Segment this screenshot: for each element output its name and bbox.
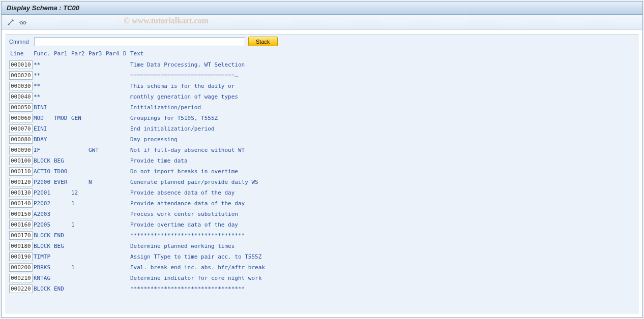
text-cell[interactable]: Provide absence data of the day (130, 189, 635, 196)
line-input[interactable] (9, 210, 33, 218)
func-cell[interactable]: ** (34, 61, 54, 68)
par1-cell[interactable]: BEG (54, 157, 71, 164)
par2-cell[interactable]: 1 (71, 221, 89, 228)
line-input[interactable] (9, 156, 33, 165)
text-cell[interactable]: Provide overtime data of the day (130, 221, 635, 228)
func-cell[interactable]: EINI (34, 125, 54, 132)
header-par1: Par1 (54, 50, 71, 57)
line-input[interactable] (9, 252, 33, 261)
func-cell[interactable]: TIMTP (34, 253, 54, 260)
line-input[interactable] (9, 274, 33, 282)
par1-cell[interactable]: TMOD (54, 115, 71, 121)
par1-cell[interactable]: EVER (54, 179, 71, 185)
text-cell[interactable]: Generate planned pair/provide daily WS (130, 179, 635, 185)
text-cell[interactable]: ********************************** (130, 232, 635, 239)
func-cell[interactable]: BLOCK (34, 243, 54, 249)
par2-cell[interactable]: GEN (71, 115, 89, 121)
text-cell[interactable]: Day processing (130, 136, 635, 143)
func-cell[interactable]: P2002 (34, 200, 54, 207)
par1-cell[interactable]: TD00 (54, 168, 71, 175)
line-input[interactable] (9, 167, 33, 176)
text-cell[interactable]: Process work center substitution (130, 211, 635, 217)
line-input[interactable] (9, 220, 33, 229)
func-cell[interactable]: BLOCK (34, 157, 54, 164)
text-cell[interactable]: Provide attendance data of the day (130, 200, 635, 207)
func-cell[interactable]: P2000 (34, 179, 54, 185)
toolbar: © www.tutorialkart.com (2, 15, 642, 30)
par1-cell[interactable]: END (54, 285, 71, 292)
func-cell[interactable]: ** (34, 83, 54, 89)
line-input[interactable] (9, 82, 33, 90)
line-input[interactable] (9, 263, 33, 272)
func-cell[interactable]: MOD (34, 115, 54, 121)
line-input[interactable] (9, 114, 33, 122)
line-input[interactable] (9, 242, 33, 250)
line-input[interactable] (9, 135, 33, 144)
func-cell[interactable]: ** (34, 93, 54, 100)
table-row: P200112Provide absence data of the day (9, 187, 635, 198)
text-cell[interactable]: ===============================… (130, 72, 635, 79)
func-cell[interactable]: ** (34, 72, 54, 79)
header-d: D (123, 50, 130, 57)
table-row: EINIEnd initialization/period (9, 123, 635, 134)
par2-cell[interactable]: 1 (71, 264, 89, 271)
func-cell[interactable]: P2005 (34, 221, 54, 228)
display-change-icon[interactable] (6, 17, 16, 27)
svg-point-1 (20, 21, 23, 24)
text-cell[interactable]: Time Data Processing, WT Selection (130, 61, 635, 68)
text-cell[interactable]: Initialization/period (130, 104, 635, 111)
schema-content: Cmmnd Stack Line Func. Par1 Par2 Par3 Pa… (6, 34, 638, 313)
line-input[interactable] (9, 92, 33, 101)
header-func: Func. (34, 50, 54, 57)
line-input[interactable] (9, 178, 33, 186)
stack-button[interactable]: Stack (248, 37, 278, 46)
func-cell[interactable]: BLOCK (34, 285, 54, 292)
table-row: **monthly generation of wage types (9, 91, 635, 102)
text-cell[interactable]: Groupings for T510S, T555Z (130, 115, 635, 121)
text-cell[interactable]: Eval. break end inc. abs. bfr/aftr break (130, 264, 635, 271)
func-cell[interactable]: ACTIO (34, 168, 54, 175)
table-row: P20021Provide attendance data of the day (9, 198, 635, 209)
table-row: P2000EVERNGenerate planned pair/provide … (9, 177, 635, 187)
glasses-icon[interactable] (18, 17, 28, 27)
line-input[interactable] (9, 188, 33, 197)
table-row: BINIInitialization/period (9, 102, 635, 113)
text-cell[interactable]: Do not import breaks in overtime (130, 168, 635, 175)
func-cell[interactable]: P2001 (34, 189, 54, 196)
func-cell[interactable]: BINI (34, 104, 54, 111)
par2-cell[interactable]: 1 (71, 200, 89, 207)
line-input[interactable] (9, 146, 33, 154)
text-cell[interactable]: This schema is for the daily or (130, 83, 635, 89)
par1-cell[interactable]: END (54, 232, 71, 239)
rows-container: **Time Data Processing, WT Selection**==… (9, 59, 635, 294)
text-cell[interactable]: Provide time data (130, 157, 635, 164)
text-cell[interactable]: End initialization/period (130, 125, 635, 132)
func-cell[interactable]: BDAY (34, 136, 54, 143)
page-title: Display Schema : TC00 (7, 4, 79, 12)
func-cell[interactable]: PBRKS (34, 264, 54, 271)
par2-cell[interactable]: 12 (71, 189, 89, 196)
text-cell[interactable]: Not if full-day absence without WT (130, 147, 635, 153)
func-cell[interactable]: IF (34, 147, 54, 153)
text-cell[interactable]: monthly generation of wage types (130, 93, 635, 100)
line-input[interactable] (9, 284, 33, 293)
line-input[interactable] (9, 71, 33, 80)
text-cell[interactable]: Determine planned working times (130, 243, 635, 249)
par1-cell[interactable]: BEG (54, 243, 71, 249)
func-cell[interactable]: A2003 (34, 211, 54, 217)
par3-cell[interactable]: N (89, 179, 106, 185)
line-input[interactable] (9, 231, 33, 240)
par3-cell[interactable]: GWT (89, 147, 106, 153)
line-input[interactable] (9, 103, 33, 112)
header-par2: Par2 (71, 50, 89, 57)
text-cell[interactable]: Determine indicator for core night work (130, 275, 635, 281)
func-cell[interactable]: KNTAG (34, 275, 54, 281)
command-input[interactable] (34, 37, 245, 46)
text-cell[interactable]: ********************************** (130, 285, 635, 292)
func-cell[interactable]: BLOCK (34, 232, 54, 239)
text-cell[interactable]: Assign TType to time pair acc. to T555Z (130, 253, 635, 260)
table-row: PBRKS1Eval. break end inc. abs. bfr/aftr… (9, 262, 635, 273)
line-input[interactable] (9, 199, 33, 208)
line-input[interactable] (9, 124, 33, 133)
line-input[interactable] (9, 60, 33, 69)
